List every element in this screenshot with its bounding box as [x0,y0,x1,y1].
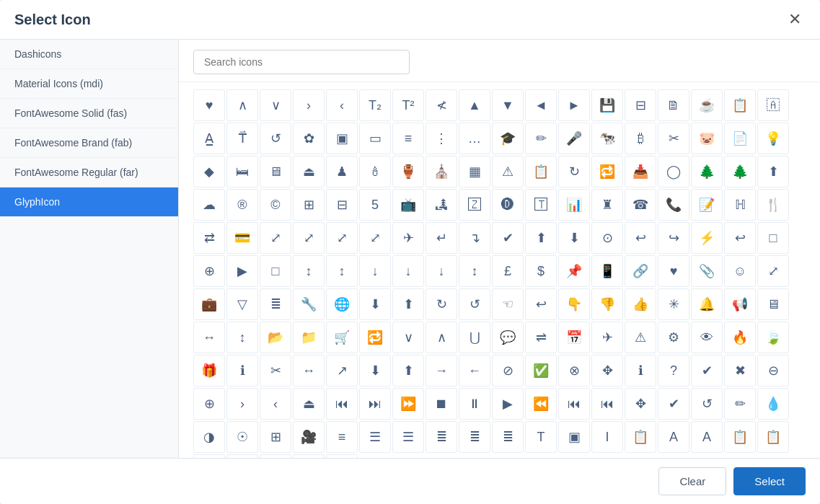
icon-cell[interactable]: 📋 [625,421,656,453]
icon-cell[interactable]: ▲ [459,89,490,121]
icon-cell[interactable]: ⚙ [658,322,689,353]
icon-cell[interactable]: 📋 [724,421,756,453]
icon-cell[interactable]: ® [226,189,258,221]
icon-cell[interactable]: £ [492,255,524,287]
icon-cell[interactable]: ⊟ [326,189,358,221]
icon-cell[interactable]: ≣ [492,421,524,453]
icon-cell[interactable]: ♟ [326,156,358,187]
icon-cell[interactable]: ✖ [724,355,756,386]
icon-cell[interactable]: A [691,421,723,453]
icon-cell[interactable]: 📅 [558,322,590,353]
icon-cell[interactable]: ≣ [260,288,291,320]
icon-cell[interactable]: ≮ [426,89,457,121]
icon-cell[interactable]: ⋃ [459,322,490,353]
icon-cell[interactable]: ↓ [426,255,457,287]
icon-cell[interactable]: 📢 [724,288,756,320]
icon-cell[interactable]: ▶ [492,388,524,420]
icon-cell[interactable]: 📁 [293,322,325,353]
select-button[interactable]: Select [733,467,806,495]
icon-cell[interactable]: ⏩ [392,388,424,420]
icon-cell[interactable]: ↔ [193,322,225,353]
icon-cell[interactable]: ⏮ [591,388,623,420]
sidebar-item-fab[interactable]: FontAwesome Brand (fab) [0,128,178,158]
sidebar-item-far[interactable]: FontAwesome Regular (far) [0,158,178,187]
icon-cell[interactable]: ◯ [658,156,689,187]
icon-cell[interactable]: 📋 [757,421,789,453]
icon-cell[interactable]: 🐷 [691,123,723,154]
icon-cell[interactable]: A [658,421,689,453]
icon-cell[interactable]: ⬆ [392,288,424,320]
icon-cell[interactable]: ✅ [525,355,557,386]
icon-cell[interactable]: 🌲 [691,156,723,187]
icon-cell[interactable]: → [426,355,457,386]
icon-cell[interactable]: ↺ [691,388,723,420]
icon-cell[interactable]: ✈ [591,322,623,353]
icon-cell[interactable]: ↓ [392,255,424,287]
icon-cell[interactable]: 💬 [492,322,524,353]
icon-cell[interactable]: ↩ [525,288,557,320]
icon-cell[interactable]: 🔥 [724,322,756,353]
icon-cell[interactable]: 📋 [724,89,756,121]
icon-cell[interactable]: ↗ [326,355,358,386]
icon-cell[interactable]: ▦ [459,156,490,187]
icon-cell[interactable]: 🕯 [359,156,391,187]
icon-cell[interactable]: ▽ [226,288,258,320]
icon-cell[interactable]: ⬆ [392,355,424,386]
icon-cell[interactable]: ℹ [226,355,258,386]
icon-cell[interactable]: ♜ [591,189,623,221]
icon-cell[interactable]: ≡ [392,123,424,154]
icon-cell[interactable]: ⚠ [625,322,656,353]
icon-cell[interactable]: © [260,189,291,221]
icon-cell[interactable]: ☰ [359,421,391,453]
icon-cell[interactable]: ☰ [193,454,225,458]
icon-cell[interactable]: ✔ [492,222,524,254]
icon-cell[interactable]: T₂ [359,89,391,121]
icon-cell[interactable]: 🎓 [492,123,524,154]
icon-cell[interactable]: ⊗ [558,355,590,386]
icon-cell[interactable]: 👁 [691,322,723,353]
icon-cell[interactable]: ♥ [193,89,225,121]
icon-cell[interactable]: ↻ [558,156,590,187]
sidebar-item-dashicons[interactable]: Dashicons [0,40,178,69]
icon-cell[interactable]: 🗎 [658,89,689,121]
icon-cell[interactable]: … [459,123,490,154]
icon-cell[interactable]: ⬇ [359,288,391,320]
icon-cell[interactable]: 🖥 [757,288,789,320]
icon-cell[interactable]: ↺ [459,288,490,320]
icon-cell[interactable]: ⤢ [293,222,325,254]
icon-cell[interactable]: I [591,421,623,453]
icon-cell[interactable]: 🖥 [260,156,291,187]
icon-cell[interactable]: ⇌ [525,322,557,353]
icon-cell[interactable]: 📞 [658,189,689,221]
icon-cell[interactable]: 🛏 [226,156,258,187]
icon-cell[interactable]: ✈ [392,222,424,254]
icon-cell[interactable]: ⤢ [359,222,391,254]
icon-cell[interactable]: ↪ [658,222,689,254]
icon-cell[interactable]: ↻ [426,288,457,320]
icon-cell[interactable]: 🇦 [757,89,789,121]
icon-cell[interactable]: ☜ [492,288,524,320]
icon-cell[interactable]: ◯ [293,454,325,458]
icon-cell[interactable]: ⊖ [757,355,789,386]
icon-cell[interactable]: ↕ [326,255,358,287]
icon-cell[interactable]: ↓ [359,255,391,287]
icon-cell[interactable]: ⊞ [260,421,291,453]
icon-cell[interactable]: 👍 [625,288,656,320]
icon-cell[interactable]: ▣ [326,123,358,154]
icon-cell[interactable]: ⏹ [426,388,457,420]
icon-cell[interactable]: ↵ [426,222,457,254]
icon-cell[interactable]: ▶ [226,255,258,287]
icon-cell[interactable]: ⬆ [757,156,789,187]
icon-cell[interactable]: 🍃 [757,322,789,353]
icon-cell[interactable]: □ [260,255,291,287]
icon-cell[interactable]: ₿ [625,123,656,154]
sidebar-item-mdi[interactable]: Material Icons (mdi) [0,69,178,99]
icon-cell[interactable]: 🎁 [193,355,225,386]
icon-cell[interactable]: ↔ [293,355,325,386]
icon-cell[interactable]: ▣ [558,421,590,453]
icon-cell[interactable]: 🍴 [757,189,789,221]
icon-cell[interactable]: 🅉 [459,189,490,221]
icon-cell[interactable]: ‹ [326,89,358,121]
icon-cell[interactable]: 5 [359,189,391,221]
icon-cell[interactable]: ⤢ [326,222,358,254]
